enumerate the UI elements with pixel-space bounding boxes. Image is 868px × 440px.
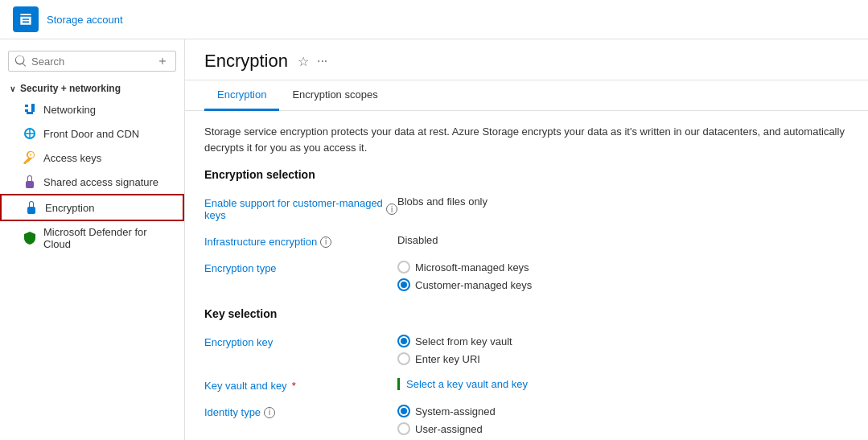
sidebar-item-accesskeys[interactable]: Access keys: [0, 146, 184, 170]
radio-circle-keyvault[interactable]: [397, 335, 410, 347]
sidebar-item-sas[interactable]: Shared access signature: [0, 170, 184, 194]
key-vault-link[interactable]: Select a key vault and key: [397, 378, 849, 390]
sidebar-item-networking[interactable]: Networking: [0, 97, 184, 121]
search-settings-icon[interactable]: [156, 55, 169, 68]
sidebar-item-networking-label: Networking: [43, 104, 96, 116]
search-input[interactable]: [31, 56, 153, 68]
required-indicator: *: [292, 380, 296, 392]
radio-circle-user[interactable]: [397, 422, 410, 435]
frontdoor-icon: [23, 126, 37, 141]
label-encryption-key: Encryption key: [204, 335, 397, 348]
radio-circle-system[interactable]: [397, 405, 410, 417]
sidebar-item-frontdoor[interactable]: Front Door and CDN: [0, 121, 184, 146]
storage-account-icon: [13, 6, 39, 32]
value-encryption-key: Select from key vault Enter key URI: [397, 335, 849, 365]
radio-circle-customer[interactable]: [397, 278, 410, 291]
form-row-customer-managed-keys: Enable support for customer-managed keys…: [204, 189, 849, 228]
form-row-infrastructure-encryption: Infrastructure encryption i Disabled: [204, 228, 849, 254]
label-infrastructure-encryption: Infrastructure encryption i: [204, 234, 397, 248]
sidebar-item-sas-label: Shared access signature: [43, 176, 158, 188]
content-body: Storage service encryption protects your…: [185, 111, 868, 440]
radio-select-from-key-vault[interactable]: Select from key vault: [397, 335, 849, 347]
tab-encryption[interactable]: Encryption: [204, 80, 279, 111]
value-encryption-type: Microsoft-managed keys Customer-managed …: [397, 261, 849, 291]
label-key-vault: Key vault and key *: [204, 378, 397, 392]
form-row-identity-type: Identity type i System-assigned User-ass…: [204, 398, 849, 440]
defender-icon: [23, 231, 37, 245]
value-customer-managed-keys: Blobs and files only: [397, 195, 849, 208]
main-content: Encryption ☆ ··· Encryption Encryption s…: [185, 39, 868, 440]
radio-circle-keyuri[interactable]: [397, 352, 410, 365]
content-header: Encryption ☆ ···: [185, 39, 868, 80]
search-box[interactable]: [8, 51, 176, 72]
sidebar-item-accesskeys-label: Access keys: [43, 152, 101, 164]
section-chevron: ∨: [10, 84, 15, 93]
section-label: Security + networking: [20, 83, 121, 94]
value-identity-type: System-assigned User-assigned: [397, 405, 849, 435]
sidebar-item-frontdoor-label: Front Door and CDN: [43, 128, 139, 140]
favorite-icon[interactable]: ☆: [298, 54, 309, 69]
radio-customer-managed-keys[interactable]: Customer-managed keys: [397, 278, 849, 291]
info-icon-customer-managed[interactable]: i: [386, 204, 397, 215]
radio-microsoft-managed-keys[interactable]: Microsoft-managed keys: [397, 261, 849, 273]
sas-icon: [23, 175, 37, 189]
form-row-key-vault: Key vault and key * Select a key vault a…: [204, 372, 849, 398]
info-icon-infrastructure[interactable]: i: [320, 236, 331, 248]
breadcrumb: Storage account: [47, 14, 123, 26]
sidebar-item-encryption[interactable]: Encryption: [0, 194, 184, 221]
sidebar-item-defender[interactable]: Microsoft Defender for Cloud: [0, 221, 184, 255]
sidebar-section-security-networking[interactable]: ∨ Security + networking: [0, 80, 184, 97]
label-customer-managed-keys: Enable support for customer-managed keys…: [204, 195, 397, 221]
page-title: Encryption: [204, 51, 288, 72]
tabs-container: Encryption Encryption scopes: [185, 80, 868, 111]
radio-enter-key-uri[interactable]: Enter key URI: [397, 352, 849, 365]
top-header: Storage account: [0, 0, 868, 39]
header-actions: ☆ ···: [298, 54, 327, 69]
key-selection-title: Key selection: [204, 307, 849, 320]
form-row-encryption-type: Encryption type Microsoft-managed keys C…: [204, 254, 849, 298]
radio-circle-microsoft[interactable]: [397, 261, 410, 273]
tab-encryption-scopes[interactable]: Encryption scopes: [279, 80, 390, 111]
sidebar-item-encryption-label: Encryption: [45, 202, 94, 214]
info-text: Storage service encryption protects your…: [204, 124, 848, 155]
label-encryption-type: Encryption type: [204, 261, 397, 274]
sidebar: ∨ Security + networking Networking Front…: [0, 39, 185, 440]
breadcrumb-link[interactable]: Storage account: [47, 14, 123, 26]
sidebar-item-defender-label: Microsoft Defender for Cloud: [43, 226, 175, 250]
more-options-icon[interactable]: ···: [317, 54, 327, 68]
encryption-selection-title: Encryption selection: [204, 168, 849, 181]
networking-icon: [23, 102, 37, 117]
search-icon: [15, 56, 27, 67]
form-row-encryption-key: Encryption key Select from key vault Ent…: [204, 328, 849, 372]
label-identity-type: Identity type i: [204, 405, 397, 418]
radio-user-assigned[interactable]: User-assigned: [397, 422, 849, 435]
encryption-icon: [24, 200, 39, 215]
value-infrastructure-encryption: Disabled: [397, 234, 849, 246]
value-key-vault: Select a key vault and key: [397, 378, 849, 390]
accesskeys-icon: [23, 150, 37, 165]
info-icon-identity[interactable]: i: [264, 407, 275, 418]
radio-system-assigned[interactable]: System-assigned: [397, 405, 849, 417]
